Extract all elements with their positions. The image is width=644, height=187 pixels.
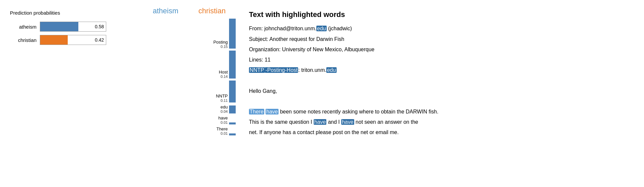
chart-word-label: edu [220,104,228,109]
line-from-highlight: edu [316,26,327,31]
para1-have: have [266,109,279,114]
chart-word-label: There [216,126,228,131]
para1-there: There [249,109,264,114]
line-organization: Organization: University of New Mexico, … [249,45,634,54]
line-from-suffix: (jchadwic) [327,26,352,31]
line-nntp: NNTP-Posting-Host: triton.unm.edu [249,66,634,75]
chart-bar-visual [229,122,236,124]
chart-val-label: 0.01 [221,120,228,124]
para1-rest: been some notes recently asking where to… [279,109,439,114]
chart-label-col: have0.01 [218,115,228,124]
chart-bar-fill [229,51,236,79]
nntp-posting-host: -Posting-Host [265,67,298,73]
chart-label-col: Posting0.15 [213,40,228,49]
para2-have1: have [314,119,327,125]
pred-value-atheism: 0.58 [95,24,104,29]
chart-bar-visual [229,51,236,79]
text-section: Text with highlighted words From: johnch… [236,7,634,138]
chart-label-col: edu0.04 [220,104,228,113]
pred-row-atheism: atheism 0.58 [10,22,136,32]
chart-bar-visual [229,81,236,102]
chart-val-label: 0.15 [221,45,228,49]
chart-word-label: have [218,115,228,120]
pred-bar-container-christian: 0.42 [40,35,106,45]
para2-have2: have [341,119,354,125]
line-para1: There have been some notes recently aski… [249,107,634,116]
chart-word-label: Host [219,70,228,75]
line-from-pre: From: johnchad@triton.unm. [249,26,316,31]
pred-row-christian: christian 0.42 [10,35,136,45]
chart-bar-fill [229,81,236,102]
line-para2: This is the same question I have and I h… [249,117,634,126]
line-gap2 [249,97,634,106]
nntp-highlight: NNTP [249,67,265,73]
chart-bar-row: Posting0.15 [143,19,236,49]
line-hello: Hello Gang, [249,87,634,95]
chart-bar-visual [229,19,236,49]
para2-mid: and I [326,119,341,125]
pred-value-christian: 0.42 [95,37,104,43]
chart-val-label: 0.14 [221,75,228,79]
chart-label-col: NNTP0.11 [216,94,228,102]
para2-post: not seen an answer on the [354,119,418,125]
nntp-colon: : triton.unm. [298,67,326,73]
chart-bar-row: have0.01 [143,115,236,124]
line-from: From: johnchad@triton.unm.edu (jchadwic) [249,24,634,33]
chart-bar-row: edu0.04 [143,104,236,113]
chart-bar-fill [229,122,236,124]
chart-val-label: 0.04 [221,109,228,113]
pred-label-christian: christian [10,37,37,43]
nntp-edu: edu [326,67,337,73]
chart-headers: atheism christian [143,7,236,15]
chart-header-atheism: atheism [153,7,178,15]
prediction-title: Prediction probabilities [10,10,136,16]
pred-label-atheism: atheism [10,24,37,30]
chart-label-col: Host0.14 [219,70,228,79]
chart-val-label: 0.01 [221,131,228,135]
chart-bar-row: NNTP0.11 [143,81,236,102]
prediction-section: Prediction probabilities atheism 0.58 ch… [10,7,136,48]
pred-bar-christian [40,35,68,45]
chart-bar-visual [229,105,236,113]
chart-bar-fill [229,105,236,113]
chart-word-label: NNTP [216,94,228,98]
line-para3: net. If anyone has a contact please post… [249,128,634,137]
line-subject: Subject: Another request for Darwin Fish [249,35,634,44]
chart-bar-fill [229,133,236,135]
line-lines: Lines: 11 [249,55,634,64]
chart-bar-visual [229,133,236,135]
para2-pre: This is the same question I [249,119,314,125]
chart-header-christian: christian [199,7,226,15]
pred-bar-container-atheism: 0.58 [40,22,106,32]
chart-bar-row: There0.01 [143,126,236,135]
chart-bar-fill [229,19,236,49]
chart-inner: Posting0.15Host0.14NNTP0.11edu0.04have0.… [143,19,236,137]
chart-bar-row: Host0.14 [143,51,236,79]
pred-bar-atheism [40,22,78,31]
chart-label-col: There0.01 [216,126,228,135]
text-body: From: johnchad@triton.unm.edu (jchadwic)… [249,24,634,137]
chart-val-label: 0.11 [221,98,228,102]
chart-word-label: Posting [213,40,228,45]
chart-section: atheism christian Posting0.15Host0.14NNT… [143,7,236,137]
line-gap1 [249,76,634,85]
text-title: Text with highlighted words [249,8,634,21]
